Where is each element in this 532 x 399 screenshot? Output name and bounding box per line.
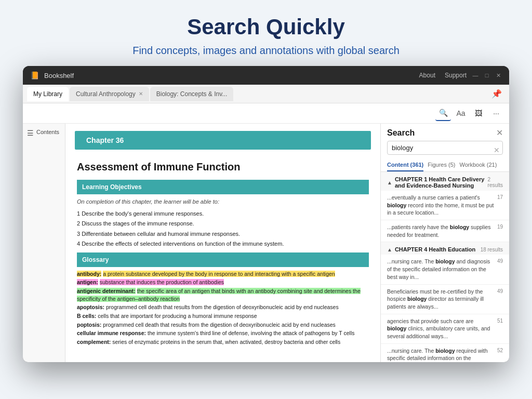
tab-close-cultural[interactable]: ✕: [139, 91, 143, 97]
window-controls: — □ ✕: [472, 72, 502, 79]
page-title: Search Quickly: [10, 15, 522, 39]
glossary-complement: complement: series of enzymatic proteins…: [77, 338, 369, 346]
objective-2: 2 Discuss the stages of the immune respo…: [77, 219, 369, 228]
result-page: 51: [497, 317, 503, 324]
glossary-apoptosis: apoptosis: programmed cell death that re…: [77, 303, 369, 311]
maximize-button[interactable]: □: [483, 72, 490, 79]
result-item[interactable]: agencies that provide such care are biol…: [381, 314, 509, 344]
tab-bar: My Library Cultural Anthropology ✕ Biolo…: [23, 85, 509, 103]
flashcard-button[interactable]: 🖼: [471, 105, 486, 121]
tab-my-library[interactable]: My Library: [27, 87, 69, 101]
title-bar: 📙 Bookshelf About Support — □ ✕: [23, 66, 509, 85]
learning-objectives-header: Learning Objectives: [77, 180, 369, 194]
result-page: 19: [497, 223, 503, 230]
contents-icon: ☰: [27, 129, 34, 137]
search-tabs: Content (361) Figures (5) Workbook (21): [381, 159, 509, 172]
page-header: Search Quickly Find concepts, images and…: [0, 0, 532, 66]
title-bar-nav: About Support: [419, 72, 467, 79]
result-item[interactable]: ...nursing care. The biology required wi…: [381, 344, 509, 362]
result-page: 52: [497, 347, 503, 353]
result-item[interactable]: Beneficiaries must be re-certified by th…: [381, 285, 509, 314]
minimize-button[interactable]: —: [472, 72, 479, 79]
search-tab-workbook[interactable]: Workbook (21): [459, 159, 497, 171]
page-subtitle: Find concepts, images and annotations wi…: [10, 45, 522, 57]
result-page: 49: [497, 288, 503, 294]
toolbar: 🔍 Aa 🖼 ···: [435, 105, 504, 121]
app-icon: 📙: [30, 71, 39, 79]
chapter-1-header[interactable]: ▲ CHAPTER 1 Health Care Delivery and Evi…: [381, 172, 509, 191]
glossary-header: Glossary: [77, 252, 369, 267]
result-item[interactable]: ...nursing care. The biology and diagnos…: [381, 255, 509, 284]
glossary-b-cells: B cells: cells that are important for pr…: [77, 312, 369, 320]
support-link[interactable]: Support: [445, 72, 467, 79]
objective-1: 1 Describe the body's general immune res…: [77, 209, 369, 218]
search-input[interactable]: [387, 141, 503, 155]
chevron-up-icon: ▲: [387, 247, 392, 252]
contents-label: Contents: [36, 129, 59, 135]
result-text: Beneficiaries must be re-certified by th…: [387, 288, 494, 311]
about-link[interactable]: About: [419, 72, 435, 79]
glossary-cellular: cellular immune response: the immune sys…: [77, 329, 369, 337]
book-content: Chapter 36 Assessment of Immune Function…: [65, 124, 380, 362]
text-size-button[interactable]: Aa: [453, 105, 469, 121]
glossary-antigenic: antigenic determinant: the specific area…: [77, 287, 369, 302]
search-header: Search ✕: [381, 124, 509, 141]
glossary-antigen: antigen: substance that induces the prod…: [77, 278, 369, 286]
learning-objectives-intro: On completion of this chapter, the learn…: [77, 197, 369, 206]
app-name: Bookshelf: [44, 72, 414, 79]
search-clear-button[interactable]: ✕: [494, 146, 500, 154]
search-tab-content[interactable]: Content (361): [387, 159, 423, 171]
result-text: ...eventually a nurse carries a patient'…: [387, 194, 494, 217]
chapter-1-count: 2 results: [488, 177, 503, 188]
app-window: 📙 Bookshelf About Support — □ ✕ My Libra…: [23, 66, 509, 362]
result-page: 49: [497, 258, 503, 264]
chapter-4-title: CHAPTER 4 Health Education: [395, 246, 475, 252]
chapter-header: Chapter 36: [75, 131, 371, 150]
result-text: ...nursing care. The biology and diagnos…: [387, 258, 494, 281]
search-results: ▲ CHAPTER 1 Health Care Delivery and Evi…: [381, 172, 509, 362]
result-page: 17: [497, 194, 503, 200]
assessment-title: Assessment of Immune Function: [77, 159, 369, 175]
objective-3: 3 Differentiate between cellular and hum…: [77, 230, 369, 238]
book-inner: Assessment of Immune Function Learning O…: [65, 150, 380, 351]
search-close-button[interactable]: ✕: [496, 128, 503, 138]
search-panel: Search ✕ ✕ Content (361) Figures (5) Wor…: [380, 124, 509, 362]
sidebar: ☰ Contents: [23, 124, 65, 362]
tab-cultural-anthropology[interactable]: Cultural Anthropology ✕: [70, 87, 149, 101]
chapter-4-header[interactable]: ▲ CHAPTER 4 Health Education 18 results: [381, 242, 509, 255]
search-tab-figures[interactable]: Figures (5): [428, 159, 455, 171]
chevron-up-icon: ▲: [387, 180, 392, 185]
more-options-button[interactable]: ···: [488, 105, 504, 121]
search-toolbar-button[interactable]: 🔍: [435, 105, 451, 121]
glossary-poptosis: poptosis: programmed cell death that res…: [77, 321, 369, 329]
search-input-wrap: ✕: [381, 141, 509, 159]
result-text: agencies that provide such care are biol…: [387, 317, 494, 340]
result-item[interactable]: ...patients rarely have the biology supp…: [381, 220, 509, 242]
result-text: ...patients rarely have the biology supp…: [387, 223, 494, 238]
close-button[interactable]: ✕: [495, 72, 502, 79]
objective-4: 4 Describe the effects of selected inter…: [77, 240, 369, 248]
chapter-4-count: 18 results: [481, 247, 503, 252]
glossary-antibody: antibody: a protein substance developed …: [77, 270, 369, 278]
search-panel-title: Search: [387, 128, 415, 138]
pin-icon[interactable]: 📌: [488, 89, 505, 99]
chapter-1-title: CHAPTER 1 Health Care Delivery and Evide…: [395, 176, 488, 189]
result-text: ...nursing care. The biology required wi…: [387, 347, 494, 362]
tab-biology[interactable]: Biology: Concepts & Inv...: [150, 87, 234, 101]
main-area: ☰ Contents Chapter 36 Assessment of Immu…: [23, 124, 509, 362]
result-item[interactable]: ...eventually a nurse carries a patient'…: [381, 191, 509, 220]
